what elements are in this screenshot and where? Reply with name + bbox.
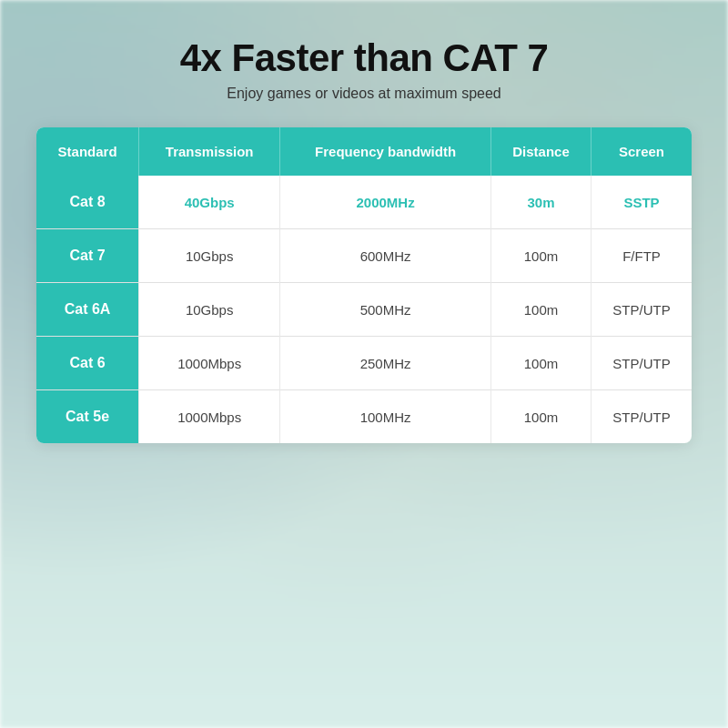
cell-standard: Cat 6	[36, 337, 139, 390]
cell-frequency: 500MHz	[280, 283, 491, 337]
cell-distance: 30m	[491, 176, 592, 229]
cell-screen: STP/UTP	[592, 283, 692, 337]
cell-standard: Cat 7	[36, 229, 139, 283]
col-header-distance: Distance	[491, 127, 592, 176]
cell-distance: 100m	[491, 229, 592, 283]
cell-distance: 100m	[491, 390, 592, 444]
table-row: Cat 840Gbps2000MHz30mSSTP	[36, 176, 692, 229]
cell-screen: STP/UTP	[592, 337, 692, 390]
cell-distance: 100m	[491, 337, 592, 390]
header-row: Standard Transmission Frequency bandwidt…	[36, 127, 692, 176]
cell-distance: 100m	[491, 283, 592, 337]
col-header-frequency: Frequency bandwidth	[280, 127, 491, 176]
table-body: Cat 840Gbps2000MHz30mSSTPCat 710Gbps600M…	[36, 176, 692, 443]
page-subtitle: Enjoy games or videos at maximum speed	[227, 86, 500, 102]
table-row: Cat 6A10Gbps500MHz100mSTP/UTP	[36, 283, 692, 337]
table-row: Cat 61000Mbps250MHz100mSTP/UTP	[36, 337, 692, 390]
col-header-standard: Standard	[36, 127, 139, 176]
cell-transmission: 1000Mbps	[139, 337, 280, 390]
cell-screen: STP/UTP	[592, 390, 692, 444]
col-header-screen: Screen	[592, 127, 692, 176]
table-header: Standard Transmission Frequency bandwidt…	[36, 127, 692, 176]
cell-transmission: 10Gbps	[139, 283, 280, 337]
cell-standard: Cat 8	[36, 176, 139, 229]
cell-frequency: 600MHz	[280, 229, 491, 283]
content-wrapper: 4x Faster than CAT 7 Enjoy games or vide…	[0, 0, 728, 728]
cell-frequency: 2000MHz	[280, 176, 491, 229]
cell-standard: Cat 6A	[36, 283, 139, 337]
cell-frequency: 100MHz	[280, 390, 491, 444]
cell-screen: F/FTP	[592, 229, 692, 283]
comparison-table-container: Standard Transmission Frequency bandwidt…	[36, 127, 692, 443]
table-row: Cat 5e1000Mbps100MHz100mSTP/UTP	[36, 390, 692, 444]
table-row: Cat 710Gbps600MHz100mF/FTP	[36, 229, 692, 283]
page-title: 4x Faster than CAT 7	[180, 36, 549, 80]
cell-frequency: 250MHz	[280, 337, 491, 390]
cell-transmission: 1000Mbps	[139, 390, 280, 444]
col-header-transmission: Transmission	[139, 127, 280, 176]
cell-transmission: 40Gbps	[139, 176, 280, 229]
cell-standard: Cat 5e	[36, 390, 139, 444]
cell-screen: SSTP	[592, 176, 692, 229]
cell-transmission: 10Gbps	[139, 229, 280, 283]
comparison-table: Standard Transmission Frequency bandwidt…	[36, 127, 692, 443]
